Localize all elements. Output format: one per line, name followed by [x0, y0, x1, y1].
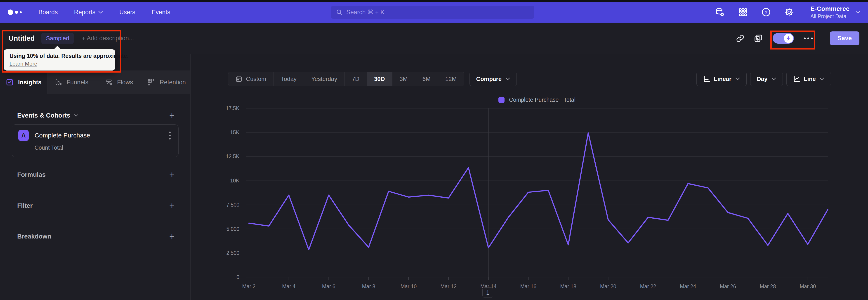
range-label: 6M — [423, 76, 431, 83]
settings-gear-icon[interactable] — [784, 7, 794, 17]
x-axis-tick-label: Mar 12 — [440, 283, 457, 290]
range-6m[interactable]: 6M — [415, 72, 438, 86]
x-axis-tick-label: Mar 16 — [520, 283, 537, 290]
x-axis-tick-label: Mar 24 — [680, 283, 696, 290]
scale-label: Linear — [714, 76, 732, 83]
range-label: Yesterday — [311, 76, 337, 83]
x-axis-tick-label: Mar 20 — [600, 283, 616, 290]
compare-button[interactable]: Compare — [469, 72, 517, 86]
window-top-strip — [0, 0, 868, 2]
nav-item-users[interactable]: Users — [119, 9, 135, 16]
range-7d[interactable]: 7D — [345, 72, 367, 86]
range-12m[interactable]: 12M — [438, 72, 464, 86]
event-metric[interactable]: Count Total — [35, 145, 172, 151]
interval-dropdown[interactable]: Day — [750, 72, 783, 86]
y-axis-tick-label: 10K — [230, 178, 239, 184]
learn-more-link[interactable]: Learn More — [9, 61, 37, 67]
report-type-tabs: Insights Funnels Flows — [0, 70, 190, 94]
y-axis-tick-label: 5,000 — [226, 226, 239, 232]
y-axis-tick-label: 15K — [230, 129, 239, 136]
report-header-bar: Untitled Sampled + Add description... — [0, 23, 868, 54]
chart-toolbar: Custom Today Yesterday 7D 30D 3M 6M 12M … — [228, 72, 831, 86]
tab-insights[interactable]: Insights — [0, 71, 48, 94]
chart-plot[interactable]: 02,5005,0007,50010K12.5K15K17.5KMar 2Mar… — [246, 108, 828, 277]
more-options-button[interactable] — [804, 37, 813, 39]
compare-label: Compare — [476, 76, 502, 83]
add-breakdown-button[interactable]: + — [169, 232, 175, 241]
event-options-button[interactable] — [168, 130, 172, 141]
nav-item-label: Events — [152, 9, 170, 16]
sampled-badge[interactable]: Sampled — [41, 33, 74, 44]
tab-label: Flows — [117, 79, 133, 86]
nav-item-reports[interactable]: Reports — [74, 9, 103, 16]
sampling-toggle[interactable] — [773, 33, 794, 43]
chart-type-label: Line — [804, 76, 816, 83]
add-formula-button[interactable]: + — [169, 170, 175, 179]
y-axis-tick-label: 2,500 — [226, 250, 239, 256]
pagination-page-1[interactable]: 1 — [483, 287, 493, 298]
flows-icon — [105, 79, 113, 86]
chevron-down-icon — [855, 11, 860, 14]
filter-label: Filter — [17, 202, 33, 209]
nav-item-boards[interactable]: Boards — [38, 9, 58, 16]
add-event-button[interactable]: + — [169, 111, 175, 120]
range-label: Today — [281, 76, 297, 83]
nav-item-label: Users — [119, 9, 135, 16]
nav-item-events[interactable]: Events — [152, 9, 170, 16]
range-30d[interactable]: 30D — [367, 72, 393, 86]
breakdown-section: Breakdown + — [17, 232, 175, 241]
lightning-bolt-icon — [786, 36, 791, 41]
tab-retention[interactable]: Retention — [143, 71, 190, 94]
line-chart-icon — [793, 75, 800, 83]
help-icon[interactable]: ? — [761, 7, 771, 17]
project-selector[interactable]: E-Commerce All Project Data — [810, 5, 860, 20]
add-to-board-icon[interactable] — [753, 33, 764, 43]
legend-swatch — [498, 97, 504, 103]
range-3m[interactable]: 3M — [393, 72, 415, 86]
apps-grid-icon[interactable] — [738, 7, 748, 17]
add-description-field[interactable]: + Add description... — [82, 35, 134, 42]
chart-type-dropdown[interactable]: Line — [786, 72, 831, 86]
report-title[interactable]: Untitled — [8, 34, 35, 42]
breakdown-label: Breakdown — [17, 233, 51, 240]
svg-text:?: ? — [765, 9, 768, 15]
search-input[interactable]: Search ⌘ + K — [331, 6, 534, 19]
insights-icon — [6, 79, 13, 86]
event-name: Complete Purchase — [35, 132, 90, 139]
chevron-down-icon[interactable] — [74, 114, 78, 117]
chart-legend-item[interactable]: Complete Purchase - Total — [246, 96, 828, 103]
chevron-down-icon — [505, 77, 510, 81]
top-navbar: Boards Reports Users Events Search ⌘ + K — [0, 2, 868, 23]
nav-right-cluster: ? E-Commerce All Project Data — [715, 5, 860, 20]
x-axis-tick-label: Mar 22 — [640, 283, 656, 290]
tab-flows[interactable]: Flows — [95, 71, 143, 94]
chevron-down-icon — [819, 77, 825, 81]
range-today[interactable]: Today — [274, 72, 304, 86]
retention-icon — [147, 79, 155, 86]
y-axis-tick-label: 17.5K — [226, 106, 239, 112]
event-card[interactable]: A Complete Purchase Count Total — [12, 124, 179, 157]
chevron-down-icon — [771, 77, 776, 81]
sampling-tooltip: Using 10% of data. Results are approxima… — [4, 49, 115, 70]
mixpanel-logo-icon[interactable] — [8, 9, 27, 15]
report-actions: Save — [735, 31, 860, 45]
chart-display-controls: Linear Day Line — [696, 72, 831, 86]
range-yesterday[interactable]: Yesterday — [304, 72, 345, 86]
search-icon — [336, 9, 343, 16]
data-management-icon[interactable] — [715, 7, 725, 17]
tab-label: Insights — [18, 79, 41, 86]
filter-section: Filter + — [17, 201, 175, 211]
range-custom[interactable]: Custom — [228, 72, 274, 86]
x-axis-tick-label: Mar 26 — [720, 283, 736, 290]
linear-axis-icon — [703, 75, 710, 83]
tab-funnels[interactable]: Funnels — [48, 71, 95, 94]
save-button[interactable]: Save — [830, 31, 860, 45]
tab-label: Retention — [160, 79, 186, 86]
add-filter-button[interactable]: + — [169, 201, 175, 210]
divider — [822, 33, 822, 43]
copy-link-icon[interactable] — [735, 33, 745, 43]
formulas-label: Formulas — [17, 171, 46, 178]
range-label: 7D — [352, 76, 360, 83]
scale-dropdown[interactable]: Linear — [696, 72, 747, 86]
funnels-icon — [55, 79, 62, 86]
